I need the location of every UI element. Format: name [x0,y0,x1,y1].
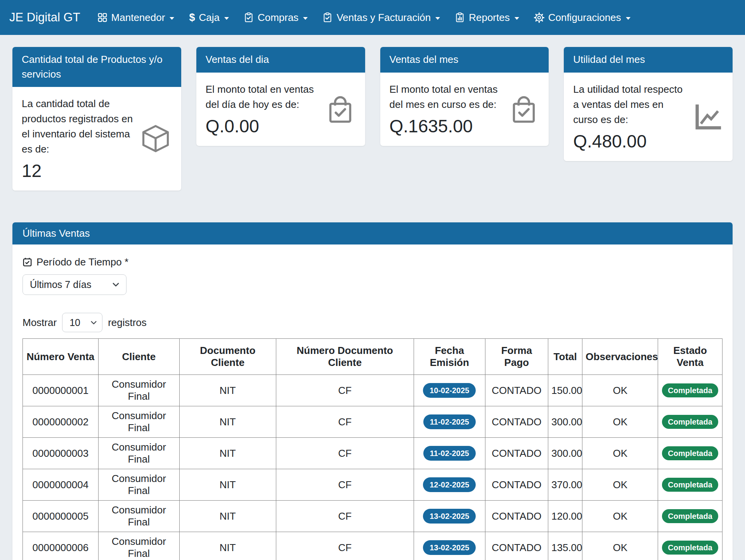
column-header[interactable]: Estado Venta [658,339,722,375]
estado-venta-badge: Completada [662,446,718,460]
cell-documento-cliente: NIT [179,501,276,532]
calendar-check-icon [23,257,32,267]
brand-link[interactable]: JE Digital GT [9,10,80,24]
table-row: 0000000003 Consumidor Final NIT CF 11-02… [23,438,722,469]
panel-title: Últimas Ventas [12,222,733,244]
nav-item-compras[interactable]: Compras [244,12,308,24]
cell-documento-cliente: NIT [179,532,276,560]
caret-down-icon [170,17,174,20]
grid-icon [97,12,107,23]
cell-observaciones: OK [582,469,658,501]
card-value: 12 [22,161,135,181]
estado-venta-badge: Completada [662,478,718,492]
cell-total: 300.00 [548,438,582,469]
cell-numero-documento: CF [276,501,414,532]
nav-item-ventas-facturacion[interactable]: Ventas y Facturación [322,12,440,24]
card-value: Q.1635.00 [390,116,504,137]
card-body: La cantidad total de productos registrad… [12,87,181,191]
cell-forma-pago: CONTADO [485,501,548,532]
show-entries-label: Mostrar [23,317,57,329]
cell-numero-documento: CF [276,438,414,469]
cell-cliente: Consumidor Final [98,469,179,501]
column-header[interactable]: Observaciones [582,339,658,375]
nav-item-label: Mantenedor [111,12,165,24]
card-description: El monto total en ventas del mes en curs… [390,82,504,112]
card-description: La cantidad total de productos registrad… [22,96,135,157]
cell-total: 120.00 [548,501,582,532]
cell-cliente: Consumidor Final [98,438,179,469]
fecha-emision-badge: 11-02-2025 [423,414,476,429]
cell-forma-pago: CONTADO [485,406,548,438]
column-header[interactable]: Número Venta [23,339,99,375]
cell-documento-cliente: NIT [179,469,276,501]
column-header[interactable]: Cliente [98,339,179,375]
cell-numero-documento: CF [276,375,414,406]
period-label: Período de Tiempo * [36,256,128,268]
dollar-icon: $ [189,12,195,24]
sales-table-body: 0000000001 Consumidor Final NIT CF 10-02… [23,375,722,560]
fecha-emision-badge: 13-02-2025 [423,540,476,555]
caret-down-icon [303,17,308,20]
cell-cliente: Consumidor Final [98,501,179,532]
card-title: Ventas del mes [380,47,549,73]
cell-documento-cliente: NIT [179,375,276,406]
graph-up-icon [693,102,723,132]
card-value: Q.480.00 [573,131,688,152]
cell-observaciones: OK [582,532,658,560]
card-ventas-dia: Ventas del dia El monto total en ventas … [196,47,365,146]
column-header[interactable]: Número Documento Cliente [276,339,414,375]
estado-venta-badge: Completada [662,383,718,397]
chevron-down-icon [90,319,97,326]
table-row: 0000000001 Consumidor Final NIT CF 10-02… [23,375,722,406]
cell-observaciones: OK [582,406,658,438]
show-entries-select[interactable]: 10 [62,313,102,332]
bag-check-icon [508,94,539,125]
card-utilidad-mes: Utilidad del mes La utilidad total respe… [564,47,733,161]
column-header[interactable]: Documento Cliente [179,339,276,375]
nav-item-reportes[interactable]: Reportes [455,12,519,24]
sales-table: Número VentaClienteDocumento ClienteNúme… [23,338,722,560]
clipboard-data-icon [455,12,465,23]
period-label-row: Período de Tiempo * [23,256,722,268]
estado-venta-badge: Completada [662,415,718,429]
cell-documento-cliente: NIT [179,438,276,469]
card-body: El monto total en ventas del día de hoy … [196,73,365,146]
table-row: 0000000002 Consumidor Final NIT CF 11-02… [23,406,722,438]
table-row: 0000000005 Consumidor Final NIT CF 13-02… [23,501,722,532]
cell-forma-pago: CONTADO [485,469,548,501]
fecha-emision-badge: 11-02-2025 [423,446,476,461]
nav-item-label: Configuraciones [548,12,621,24]
bag-check-icon [325,94,356,125]
chevron-down-icon [112,281,120,289]
nav-item-caja[interactable]: $ Caja [189,12,229,24]
cell-observaciones: OK [582,375,658,406]
nav-item-label: Reportes [469,12,510,24]
card-title: Utilidad del mes [564,47,733,73]
period-select[interactable]: Últimos 7 días [23,274,126,295]
column-header[interactable]: Forma Pago [485,339,548,375]
period-select-value: Últimos 7 días [30,279,91,290]
nav-item-label: Compras [258,12,298,24]
nav-item-configuraciones[interactable]: Configuraciones [534,12,631,24]
cell-numero-venta: 0000000002 [23,406,99,438]
fecha-emision-badge: 13-02-2025 [423,509,476,524]
column-header[interactable]: Total [548,339,582,375]
cell-total: 150.00 [548,375,582,406]
estado-venta-badge: Completada [662,541,718,555]
caret-down-icon [515,17,519,20]
card-title: Cantidad total de Productos y/o servicio… [12,47,181,87]
show-entries-value: 10 [69,317,80,328]
column-header[interactable]: Fecha Emisión [414,339,485,375]
caret-down-icon [626,17,631,20]
cell-forma-pago: CONTADO [485,532,548,560]
show-entries-row: Mostrar 10 registros [23,313,722,332]
top-navbar: JE Digital GT Mantenedor $ Caja Compras [0,0,745,35]
gear-icon [534,12,544,23]
card-title: Ventas del dia [196,47,365,73]
cell-numero-venta: 0000000004 [23,469,99,501]
fecha-emision-badge: 10-02-2025 [423,383,476,398]
cell-total: 300.00 [548,406,582,438]
nav-item-mantenedor[interactable]: Mantenedor [97,12,175,24]
cell-documento-cliente: NIT [179,406,276,438]
card-value: Q.0.00 [206,116,320,137]
